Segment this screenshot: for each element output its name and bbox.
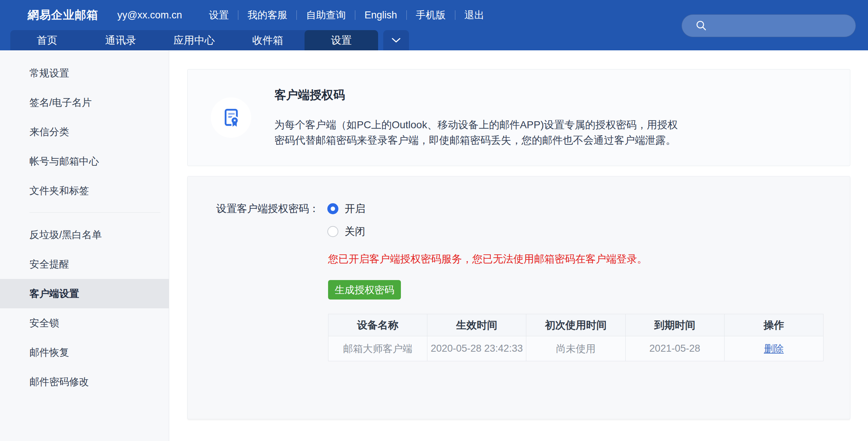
column-header-expire-time: 到期时间 bbox=[625, 314, 724, 336]
sidebar-item-security-alert[interactable]: 安全提醒 bbox=[0, 250, 169, 279]
sidebar-item-security-lock[interactable]: 安全锁 bbox=[0, 308, 169, 338]
column-header-first-use-time: 初次使用时间 bbox=[526, 314, 625, 336]
device-name-cell: 邮箱大师客户端 bbox=[328, 336, 427, 361]
table-row: 邮箱大师客户端2020-05-28 23:42:33尚未使用2021-05-28… bbox=[328, 336, 823, 361]
delete-link[interactable]: 删除 bbox=[764, 343, 784, 354]
sidebar-item-mail-password-change[interactable]: 邮件密码修改 bbox=[0, 367, 169, 397]
radio-off-unselected[interactable] bbox=[327, 226, 338, 237]
sidebar-item-antispam-blacklist[interactable]: 反垃圾/黑白名单 bbox=[0, 220, 169, 250]
settings-sidebar: 常规设置签名/电子名片来信分类帐号与邮箱中心文件夹和标签反垃圾/黑白名单安全提醒… bbox=[0, 50, 169, 441]
svg-text:★: ★ bbox=[233, 118, 236, 122]
topbar-link-customer-service[interactable]: 我的客服 bbox=[238, 8, 296, 22]
sidebar-item-mail-recovery[interactable]: 邮件恢复 bbox=[0, 338, 169, 367]
radio-option-on[interactable]: 开启 bbox=[327, 203, 365, 215]
radio-off-label: 关闭 bbox=[345, 225, 365, 239]
first-use-time-cell: 尚未使用 bbox=[526, 336, 625, 361]
radio-group: 开启 关闭 bbox=[327, 203, 365, 237]
column-header-device-name: 设备名称 bbox=[328, 314, 427, 336]
tab-strip: 首页通讯录应用中心收件箱设置 bbox=[10, 30, 378, 50]
more-tabs-button[interactable] bbox=[383, 30, 409, 50]
radio-on-selected[interactable] bbox=[327, 203, 338, 214]
sidebar-divider bbox=[0, 205, 169, 220]
effective-time-cell: 2020-05-28 23:42:33 bbox=[427, 336, 526, 361]
app-logo: 網易企业邮箱 bbox=[28, 7, 98, 23]
tab-home[interactable]: 首页 bbox=[10, 30, 84, 50]
sidebar-item-signature-ecard[interactable]: 签名/电子名片 bbox=[0, 88, 169, 117]
main-content: ★ 客户端授权码 为每个客户端（如PC上的Outlook、移动设备上的邮件APP… bbox=[169, 50, 868, 441]
topbar-link-english[interactable]: English bbox=[355, 10, 406, 21]
tab-contacts[interactable]: 通讯录 bbox=[84, 30, 157, 50]
generate-auth-password-button[interactable]: 生成授权密码 bbox=[328, 280, 401, 300]
radio-on-label: 开启 bbox=[345, 202, 365, 216]
intro-description-line1: 为每个客户端（如PC上的Outlook、移动设备上的邮件APP)设置专属的授权密… bbox=[274, 117, 678, 133]
page-body: 常规设置签名/电子名片来信分类帐号与邮箱中心文件夹和标签反垃圾/黑白名单安全提醒… bbox=[0, 50, 868, 441]
topbar-link-logout[interactable]: 退出 bbox=[455, 8, 494, 22]
topbar-link-mobile-version[interactable]: 手机版 bbox=[407, 8, 455, 22]
column-header-action: 操作 bbox=[724, 314, 823, 336]
search-icon bbox=[695, 19, 708, 32]
sidebar-item-incoming-mail-classification[interactable]: 来信分类 bbox=[0, 117, 169, 147]
auth-enabled-warning: 您已开启客户端授权密码服务，您已无法使用邮箱密码在客户端登录。 bbox=[328, 252, 850, 266]
search-input[interactable] bbox=[682, 14, 856, 37]
tab-app-center[interactable]: 应用中心 bbox=[157, 30, 231, 50]
action-cell: 删除 bbox=[724, 336, 823, 361]
topbar: 網易企业邮箱 yy@xx.com.cn 设置我的客服自助查询English手机版… bbox=[0, 0, 868, 30]
tab-inbox[interactable]: 收件箱 bbox=[231, 30, 305, 50]
sidebar-item-folders-and-labels[interactable]: 文件夹和标签 bbox=[0, 176, 169, 205]
client-auth-intro-card: ★ 客户端授权码 为每个客户端（如PC上的Outlook、移动设备上的邮件APP… bbox=[187, 69, 850, 166]
auth-password-table: 设备名称生效时间初次使用时间到期时间操作 邮箱大师客户端2020-05-28 2… bbox=[328, 314, 823, 361]
certificate-badge-icon: ★ bbox=[211, 97, 251, 138]
topbar-links: 设置我的客服自助查询English手机版退出 bbox=[200, 8, 494, 22]
sidebar-item-client-settings[interactable]: 客户端设置 bbox=[0, 279, 169, 308]
auth-table-header: 设备名称生效时间初次使用时间到期时间操作 bbox=[328, 314, 823, 336]
auth-table-body: 邮箱大师客户端2020-05-28 23:42:33尚未使用2021-05-28… bbox=[328, 336, 823, 361]
radio-option-off[interactable]: 关闭 bbox=[327, 226, 365, 237]
expire-time-cell: 2021-05-28 bbox=[625, 336, 724, 361]
intro-text: 客户端授权码 为每个客户端（如PC上的Outlook、移动设备上的邮件APP)设… bbox=[274, 87, 678, 148]
topbar-link-self-service-query[interactable]: 自助查询 bbox=[297, 8, 355, 22]
auth-password-form-row: 设置客户端授权密码： 开启 关闭 bbox=[216, 203, 850, 237]
intro-description: 为每个客户端（如PC上的Outlook、移动设备上的邮件APP)设置专属的授权密… bbox=[274, 117, 678, 148]
chevron-down-icon bbox=[391, 37, 401, 43]
sidebar-item-account-and-mail-center[interactable]: 帐号与邮箱中心 bbox=[0, 147, 169, 176]
column-header-effective-time: 生效时间 bbox=[427, 314, 526, 336]
page-title: 客户端授权码 bbox=[274, 87, 678, 103]
auth-password-label: 设置客户端授权密码： bbox=[216, 203, 319, 237]
intro-description-line2: 密码代替邮箱密码来登录客户端，即使邮箱密码丢失，您的邮件也不会通过客户端泄露。 bbox=[274, 133, 678, 148]
tab-settings[interactable]: 设置 bbox=[305, 30, 378, 50]
sidebar-item-general-settings[interactable]: 常规设置 bbox=[0, 58, 169, 88]
user-email: yy@xx.com.cn bbox=[117, 10, 182, 21]
client-auth-settings-card: 设置客户端授权密码： 开启 关闭 您已开启客户端授权密码服务，您已无法使用邮箱密… bbox=[187, 176, 850, 419]
topbar-link-settings[interactable]: 设置 bbox=[200, 8, 238, 22]
